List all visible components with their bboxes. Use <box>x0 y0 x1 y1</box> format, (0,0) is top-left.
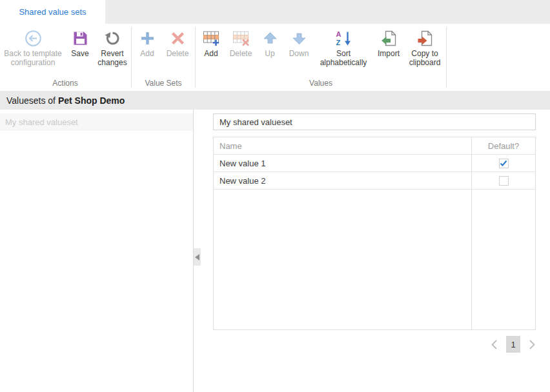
button-label: Save <box>71 49 88 58</box>
ribbon-group-value-sets: Add Delete Value Sets <box>133 24 194 91</box>
revert-undo-icon <box>104 30 121 47</box>
button-label: Add <box>204 49 218 58</box>
ribbon-group-values: Add Delete <box>197 24 445 91</box>
move-up-button[interactable]: Up <box>256 30 283 58</box>
add-value-set-button[interactable]: Add <box>133 30 161 58</box>
import-button[interactable]: Import <box>372 30 405 58</box>
delete-value-set-button[interactable]: Delete <box>161 30 194 58</box>
tab-label: Shared value sets <box>19 7 86 17</box>
tab-shared-value-sets[interactable]: Shared value sets <box>0 0 105 24</box>
svg-text:Z: Z <box>336 39 340 46</box>
arrow-up-icon <box>261 30 279 47</box>
button-label: Add <box>140 49 154 58</box>
check-icon <box>500 160 507 167</box>
table-row-add-icon <box>203 30 220 47</box>
cross-icon <box>169 30 187 47</box>
copy-to-clipboard-icon <box>416 30 434 47</box>
valueset-list-item-label: My shared valueset <box>5 117 78 127</box>
ribbon-group-separator <box>131 27 132 88</box>
values-table-header-row: Name Default? <box>214 137 535 155</box>
values-table: Name Default? New value 1 New value 2 <box>213 137 536 330</box>
chevron-left-icon <box>491 339 498 350</box>
value-name-cell: New value 1 <box>214 159 472 168</box>
button-label: Copy to clipboard <box>405 49 445 67</box>
column-header-name: Name <box>214 141 472 151</box>
pagination: 1 <box>213 336 536 353</box>
ribbon-group-label-actions: Actions <box>1 79 130 91</box>
back-circle-arrow-icon <box>25 30 42 47</box>
previous-page-button[interactable] <box>491 339 498 350</box>
button-label: Down <box>289 49 309 58</box>
page-title-name: Pet Shop Demo <box>58 95 125 106</box>
button-label: Sort alphabetically <box>314 49 372 67</box>
page-title-prefix: Valuesets of <box>6 95 56 106</box>
column-header-default: Default? <box>472 141 535 151</box>
panel-collapse-handle[interactable] <box>194 248 201 266</box>
button-label: Delete <box>230 49 252 58</box>
valueset-list-item[interactable]: My shared valueset <box>0 113 193 131</box>
valueset-list-panel: My shared valueset <box>0 110 194 392</box>
sort-az-icon: A Z <box>335 30 352 47</box>
ribbon: Back to template configuration Save <box>0 24 550 91</box>
table-column-divider <box>471 137 472 329</box>
table-row[interactable]: New value 1 <box>214 155 535 172</box>
move-down-button[interactable]: Down <box>283 30 314 58</box>
valueset-detail-panel: Name Default? New value 1 New value 2 <box>194 110 550 392</box>
next-page-button[interactable] <box>529 339 536 350</box>
content-area: My shared valueset Name Default? New val… <box>0 110 550 392</box>
button-label: Delete <box>167 49 189 58</box>
copy-to-clipboard-button[interactable]: Copy to clipboard <box>405 30 445 67</box>
default-checkbox-unchecked[interactable] <box>499 176 509 186</box>
valuesets-title-bar: Valuesets of Pet Shop Demo <box>0 91 550 110</box>
button-label: Back to template configuration <box>1 49 65 67</box>
arrow-down-icon <box>290 30 308 47</box>
valueset-name-input[interactable] <box>213 113 536 130</box>
tab-bar-empty-strip <box>105 0 550 24</box>
import-document-icon <box>380 30 398 47</box>
revert-changes-button[interactable]: Revert changes <box>95 30 130 67</box>
sort-alphabetically-button[interactable]: A Z Sort alphabetically <box>314 30 372 67</box>
button-label: Revert changes <box>95 49 130 67</box>
ribbon-group-separator <box>446 27 447 88</box>
save-button[interactable]: Save <box>65 30 95 58</box>
ribbon-group-label-value-sets: Value Sets <box>133 79 194 91</box>
collapse-left-triangle-icon <box>195 251 199 263</box>
svg-text:A: A <box>336 30 341 38</box>
default-checkbox-checked[interactable] <box>499 159 509 168</box>
add-value-button[interactable]: Add <box>197 30 225 58</box>
value-name-cell: New value 2 <box>214 176 472 186</box>
save-floppy-icon <box>72 30 89 47</box>
ribbon-group-actions: Back to template configuration Save <box>1 24 130 91</box>
delete-value-button[interactable]: Delete <box>225 30 256 58</box>
chevron-right-icon <box>529 339 536 350</box>
plus-icon <box>139 30 156 47</box>
button-label: Import <box>378 49 400 58</box>
table-row-delete-icon <box>232 30 250 47</box>
back-to-template-configuration-button[interactable]: Back to template configuration <box>1 30 65 67</box>
table-row[interactable]: New value 2 <box>214 172 535 190</box>
ribbon-group-label-values: Values <box>197 79 445 91</box>
button-label: Up <box>265 49 274 58</box>
ribbon-group-separator <box>195 27 196 88</box>
page-number-button[interactable]: 1 <box>506 336 520 353</box>
tab-bar: Shared value sets <box>0 0 550 24</box>
